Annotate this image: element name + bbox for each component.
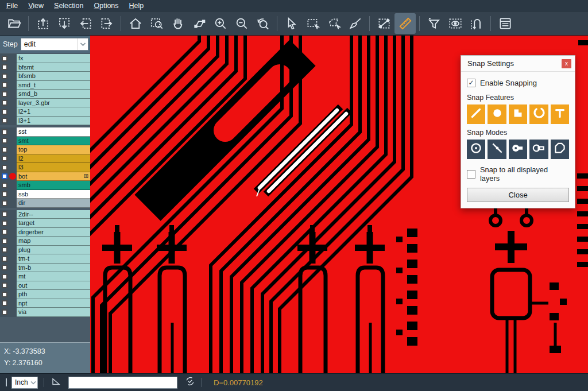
- layer-visibility-checkbox[interactable]: [0, 172, 9, 181]
- layer-visibility-checkbox[interactable]: [0, 72, 9, 81]
- layer-visibility-checkbox[interactable]: [0, 181, 9, 190]
- dialog-close-icon[interactable]: x: [562, 59, 571, 68]
- snap-feature-surface-button[interactable]: [509, 104, 527, 124]
- snap-mode-midpoint-button[interactable]: [488, 140, 506, 159]
- layer-row-dir[interactable]: dir: [0, 199, 90, 208]
- dialog-title-bar[interactable]: Snap Settings x: [461, 56, 575, 72]
- layer-row-plug[interactable]: plug: [0, 246, 90, 255]
- layer-row-2dir--[interactable]: 2dir--: [0, 210, 90, 219]
- snap-all-layers-row[interactable]: Snap to all displayed layers: [467, 165, 569, 183]
- layer-row-layer_3.gbr[interactable]: layer_3.gbr: [0, 99, 90, 108]
- layer-row-npt[interactable]: npt: [0, 299, 90, 308]
- layer-row-ssb[interactable]: ssb: [0, 190, 90, 199]
- layer-visibility-checkbox[interactable]: [0, 107, 9, 117]
- layer-visibility-checkbox[interactable]: [0, 237, 9, 246]
- layer-visibility-checkbox[interactable]: [0, 199, 9, 208]
- layer-visibility-checkbox[interactable]: [0, 290, 9, 299]
- sync-check-icon[interactable]: [184, 375, 196, 389]
- layer-visibility-checkbox[interactable]: [0, 63, 9, 72]
- layer-visibility-checkbox[interactable]: [0, 127, 9, 137]
- layer-row-fx[interactable]: fx: [0, 54, 90, 63]
- layer-row-l2+1[interactable]: l2+1: [0, 107, 90, 117]
- ortho-corner-icon[interactable]: [50, 375, 61, 389]
- dialog-close-button[interactable]: Close: [467, 188, 569, 202]
- layer-visibility-checkbox[interactable]: [0, 90, 9, 99]
- layer-visibility-checkbox[interactable]: [0, 154, 9, 164]
- pointer-select-button[interactable]: [281, 13, 302, 34]
- view-options-button[interactable]: [444, 13, 466, 34]
- snap-feature-text-button[interactable]: [551, 104, 569, 124]
- layer-row-smt[interactable]: smt: [0, 137, 90, 146]
- layer-row-bot[interactable]: bot⊞: [0, 172, 90, 181]
- snap-mode-pad-filled-button[interactable]: [509, 140, 527, 159]
- menu-item-selection[interactable]: Selection: [49, 1, 88, 11]
- measure-line-button[interactable]: [373, 13, 394, 34]
- layer-row-l3[interactable]: l3: [0, 163, 90, 172]
- layer-row-tm-t[interactable]: tm-t: [0, 254, 90, 264]
- layer-row-smd_b[interactable]: smd_b: [0, 90, 90, 99]
- zoom-window-button[interactable]: [146, 13, 167, 34]
- filter-button[interactable]: [423, 13, 444, 34]
- layer-row-out[interactable]: out: [0, 281, 90, 291]
- layer-visibility-checkbox[interactable]: [0, 281, 9, 291]
- layer-row-via[interactable]: via: [0, 308, 90, 317]
- menu-item-view[interactable]: View: [23, 1, 49, 11]
- menu-item-help[interactable]: Help: [124, 1, 149, 11]
- enable-snapping-checkbox[interactable]: ✓: [467, 79, 475, 87]
- snap-mode-center-button[interactable]: [467, 140, 485, 159]
- layer-row-map[interactable]: map: [0, 237, 90, 246]
- layer-row-top[interactable]: top: [0, 145, 90, 154]
- layer-visibility-checkbox[interactable]: [0, 99, 9, 108]
- layer-row-target[interactable]: target: [0, 219, 90, 228]
- layer-row-tm-b[interactable]: tm-b: [0, 264, 90, 273]
- layer-visibility-checkbox[interactable]: [0, 228, 9, 237]
- snap-feature-arc-button[interactable]: [529, 104, 548, 124]
- layer-visibility-checkbox[interactable]: [0, 219, 9, 228]
- layer-row-sst[interactable]: sst: [0, 127, 90, 137]
- import-up-button[interactable]: [32, 13, 53, 34]
- polygon-select-button[interactable]: [323, 13, 345, 34]
- snap-mode-pad-outline-button[interactable]: [529, 140, 548, 159]
- layer-row-l2[interactable]: l2: [0, 154, 90, 164]
- layer-visibility-checkbox[interactable]: [0, 137, 9, 146]
- zoom-in-button[interactable]: [210, 13, 231, 34]
- layer-visibility-checkbox[interactable]: [0, 117, 9, 126]
- rect-select-button[interactable]: [302, 13, 323, 34]
- unit-select[interactable]: Inch: [11, 377, 38, 389]
- layer-visibility-checkbox[interactable]: [0, 145, 9, 154]
- snap-feature-pad-button[interactable]: [488, 104, 506, 124]
- trace-loop-button[interactable]: [466, 13, 487, 34]
- layer-visibility-checkbox[interactable]: [0, 210, 9, 219]
- import-left-button[interactable]: [75, 13, 96, 34]
- pcb-canvas[interactable]: Snap Settings x ✓ Enable Snapping Snap F…: [90, 36, 588, 373]
- brush-clean-button[interactable]: [345, 13, 366, 34]
- report-list-button[interactable]: [494, 13, 516, 34]
- menu-item-options[interactable]: Options: [88, 1, 123, 11]
- layer-row-bfsmt[interactable]: bfsmt: [0, 63, 90, 72]
- snap-all-layers-checkbox[interactable]: [467, 170, 475, 179]
- layer-row-smb[interactable]: smb: [0, 181, 90, 190]
- layer-visibility-checkbox[interactable]: [0, 190, 9, 199]
- layer-visibility-checkbox[interactable]: [0, 54, 9, 63]
- command-input[interactable]: [68, 377, 177, 389]
- layer-row-pth[interactable]: pth: [0, 290, 90, 299]
- step-select[interactable]: edit: [21, 38, 88, 51]
- snap-feature-line-button[interactable]: [467, 104, 485, 124]
- layer-visibility-checkbox[interactable]: [0, 272, 9, 281]
- layer-visibility-checkbox[interactable]: [0, 81, 9, 90]
- layer-visibility-checkbox[interactable]: [0, 163, 9, 172]
- zoom-out-button[interactable]: [231, 13, 252, 34]
- import-down-button[interactable]: [53, 13, 75, 34]
- layer-row-mt[interactable]: mt: [0, 272, 90, 281]
- import-right-button[interactable]: [96, 13, 117, 34]
- open-file-button[interactable]: [3, 13, 25, 34]
- zoom-previous-button[interactable]: [252, 13, 273, 34]
- layer-row-l3+1[interactable]: l3+1: [0, 117, 90, 126]
- layer-visibility-checkbox[interactable]: [0, 308, 9, 317]
- home-view-button[interactable]: [125, 13, 146, 34]
- measure-ruler-button[interactable]: [394, 13, 416, 34]
- snap-mode-profile-button[interactable]: [551, 140, 569, 159]
- layer-visibility-checkbox[interactable]: [0, 246, 9, 255]
- layer-visibility-checkbox[interactable]: [0, 264, 9, 273]
- layer-visibility-checkbox[interactable]: [0, 299, 9, 308]
